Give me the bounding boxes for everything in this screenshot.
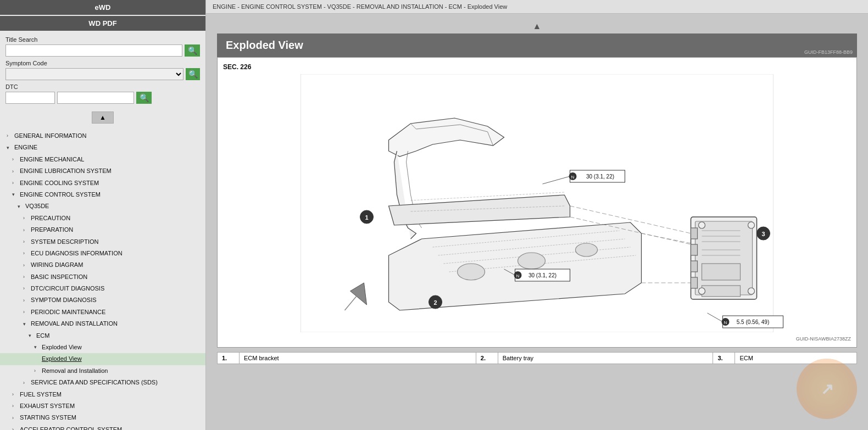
tree-item-label: SYMPTOM DIAGNOSIS bbox=[31, 296, 97, 304]
svg-rect-8 bbox=[691, 261, 698, 272]
tree-item-label: EXHAUST SYSTEM bbox=[20, 402, 75, 410]
tree-item[interactable]: ›SYMPTOM DIAGNOSIS bbox=[0, 294, 205, 306]
svg-rect-7 bbox=[691, 244, 698, 255]
tree-item[interactable]: ›EXHAUST SYSTEM bbox=[0, 400, 205, 412]
tree-arrow: › bbox=[12, 391, 18, 398]
tree-item[interactable]: ›SERVICE DATA AND SPECIFICATIONS (SDS) bbox=[0, 377, 205, 388]
tree-item[interactable]: ▾ENGINE CONTROL SYSTEM bbox=[0, 189, 205, 200]
tree-item-label: FUEL SYSTEM bbox=[20, 390, 62, 399]
tree-item-label: PERIODIC MAINTENANCE bbox=[31, 308, 105, 316]
svg-text:30 (3.1, 22): 30 (3.1, 22) bbox=[586, 174, 614, 180]
tree-arrow: › bbox=[12, 180, 18, 187]
tree-arrow: › bbox=[12, 415, 18, 422]
symptom-code-select[interactable] bbox=[5, 68, 183, 80]
dtc-label: DTC bbox=[5, 83, 200, 90]
svg-point-17 bbox=[699, 222, 705, 228]
tree-arrow: › bbox=[12, 168, 18, 175]
title-search-button[interactable]: 🔍 bbox=[185, 44, 200, 57]
breadcrumb: ENGINE - ENGINE CONTROL SYSTEM - VQ35DE … bbox=[206, 0, 868, 14]
tree-item[interactable]: ▾ECM bbox=[0, 330, 205, 342]
part-name-1: ECM bracket bbox=[240, 353, 476, 364]
tree-item-label: BASIC INSPECTION bbox=[31, 273, 87, 281]
part-name-2: Battery tray bbox=[498, 353, 713, 364]
tree-arrow: › bbox=[23, 309, 29, 316]
tree-item[interactable]: ▾Exploded View bbox=[0, 342, 205, 353]
svg-text:3: 3 bbox=[761, 231, 765, 237]
tree-arrow: › bbox=[23, 250, 29, 257]
tree-item-label: SERVICE DATA AND SPECIFICATIONS (SDS) bbox=[31, 378, 158, 387]
tree-arrow: › bbox=[7, 132, 12, 139]
search-icon-2: 🔍 bbox=[188, 70, 198, 79]
tree-arrow: › bbox=[12, 403, 18, 410]
tree-item-label: ENGINE bbox=[14, 143, 37, 152]
wd-pdf-button[interactable]: WD PDF bbox=[0, 16, 205, 31]
tree-item-label: REMOVAL AND INSTALLATION bbox=[31, 320, 118, 328]
tree-arrow: ▾ bbox=[18, 203, 23, 210]
tree-item-label: ENGINE COOLING SYSTEM bbox=[20, 179, 99, 187]
tree-item[interactable]: ›STARTING SYSTEM bbox=[0, 412, 205, 423]
collapse-button[interactable]: ▲ bbox=[92, 111, 114, 124]
tree-item[interactable]: ›SYSTEM DESCRIPTION bbox=[0, 236, 205, 248]
parts-table: 1. ECM bracket 2. Battery tray 3. ECM bbox=[217, 352, 857, 364]
main-content: ENGINE - ENGINE CONTROL SYSTEM - VQ35DE … bbox=[206, 0, 868, 430]
tree-item[interactable]: ›DTC/CIRCUIT DIAGNOSIS bbox=[0, 283, 205, 294]
tree-item[interactable]: ›FUEL SYSTEM bbox=[0, 389, 205, 400]
tree-item-label: ENGINE MECHANICAL bbox=[20, 155, 84, 164]
svg-point-1 bbox=[458, 264, 485, 280]
tree-item-label: Removal and Installation bbox=[42, 367, 108, 375]
tree-item[interactable]: ›ENGINE MECHANICAL bbox=[0, 154, 205, 165]
symptom-search-button[interactable]: 🔍 bbox=[186, 68, 200, 80]
tree-item-label: ENGINE CONTROL SYSTEM bbox=[20, 191, 101, 199]
dtc-input-1[interactable] bbox=[5, 92, 55, 104]
title-search-row: 🔍 bbox=[5, 44, 200, 57]
collapse-icon: ▲ bbox=[99, 114, 106, 121]
dtc-input-2[interactable] bbox=[57, 92, 134, 104]
tree-item[interactable]: ›ENGINE COOLING SYSTEM bbox=[0, 177, 205, 189]
svg-point-2 bbox=[518, 253, 546, 269]
tree-item-label: WIRING DIAGRAM bbox=[31, 261, 83, 269]
svg-point-20 bbox=[748, 288, 755, 294]
tree-item[interactable]: ›PERIODIC MAINTENANCE bbox=[0, 306, 205, 318]
part-num-1: 1. bbox=[218, 353, 240, 364]
tree-item[interactable]: ›Removal and Installation bbox=[0, 365, 205, 377]
tree-item[interactable]: ›WIRING DIAGRAM bbox=[0, 259, 205, 271]
tree-item[interactable]: ›GENERAL INFORMATION bbox=[0, 130, 205, 142]
tree-arrow: ▾ bbox=[34, 344, 40, 351]
tree-item[interactable]: ▾VQ35DE bbox=[0, 200, 205, 212]
tree-item-label: PREPARATION bbox=[31, 226, 73, 234]
tree-item[interactable]: ›Exploded View bbox=[0, 353, 205, 365]
symptom-code-row: 🔍 bbox=[5, 68, 200, 80]
svg-point-19 bbox=[699, 288, 705, 294]
tree-item-label: PRECAUTION bbox=[31, 214, 70, 222]
ewd-button[interactable]: eWD bbox=[0, 0, 205, 15]
part-num-3: 3. bbox=[713, 353, 735, 364]
tree-arrow: › bbox=[23, 262, 29, 269]
table-row: 1. ECM bracket 2. Battery tray 3. ECM bbox=[218, 353, 857, 364]
svg-rect-5 bbox=[695, 221, 753, 295]
tree-arrow: ▾ bbox=[7, 144, 12, 152]
tree-arrow: › bbox=[23, 227, 29, 234]
tree-item[interactable]: ▾REMOVAL AND INSTALLATION bbox=[0, 318, 205, 330]
tree-item[interactable]: ›ENGINE LUBRICATION SYSTEM bbox=[0, 165, 205, 177]
sec-label: SEC. 226 bbox=[223, 63, 851, 71]
tree-item[interactable]: ›ACCELERATOR CONTROL SYSTEM bbox=[0, 424, 205, 430]
tree-item[interactable]: ›PREPARATION bbox=[0, 224, 205, 236]
tree-item-label: Exploded View bbox=[42, 355, 82, 363]
dtc-search-button[interactable]: 🔍 bbox=[136, 92, 152, 104]
collapse-wrapper: ▲ bbox=[0, 108, 205, 128]
dtc-row: 🔍 bbox=[5, 92, 200, 104]
section-title: Exploded View bbox=[217, 33, 800, 57]
tree-arrow: › bbox=[23, 215, 29, 222]
tree-item[interactable]: ›BASIC INSPECTION bbox=[0, 271, 205, 283]
diagram-guid: GUID-NISAWBIA2738ZZ bbox=[223, 336, 851, 342]
tree-item-label: ECU DIAGNOSIS INFORMATION bbox=[31, 249, 123, 258]
tree-item[interactable]: ›PRECAUTION bbox=[0, 213, 205, 224]
scroll-up-button[interactable]: ▲ bbox=[217, 19, 857, 33]
tree-item-label: VQ35DE bbox=[25, 202, 49, 210]
svg-text:1: 1 bbox=[365, 214, 368, 221]
title-search-input[interactable] bbox=[5, 44, 182, 57]
content-area: ▲ Exploded View GUID-FB13FF88-BB9 SEC. 2… bbox=[206, 14, 868, 430]
tree-item[interactable]: ›ECU DIAGNOSIS INFORMATION bbox=[0, 248, 205, 259]
tree-arrow: › bbox=[23, 273, 29, 281]
tree-item[interactable]: ▾ENGINE bbox=[0, 142, 205, 153]
